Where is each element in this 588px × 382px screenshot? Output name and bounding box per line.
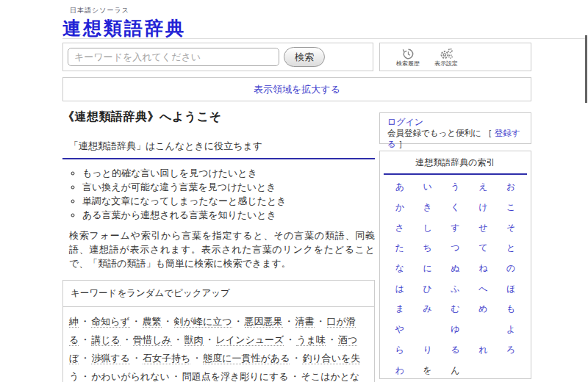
expand-area-bar: 表示領域を拡大する (62, 77, 531, 101)
kana-index-link[interactable]: な (386, 259, 414, 279)
kana-index-link[interactable]: ら (386, 340, 414, 361)
keyword-separator: ・ (285, 334, 295, 345)
kana-index-link[interactable]: せ (469, 217, 497, 238)
kana-index-link[interactable]: る (442, 340, 470, 361)
kana-index-link[interactable]: の (497, 259, 525, 279)
pickup-keyword-link[interactable]: うま味 (296, 334, 326, 346)
kana-index-link[interactable]: ひ (414, 278, 442, 299)
register-bracket-close: ］ (398, 140, 407, 148)
kana-index-link[interactable]: さ (386, 217, 414, 238)
kana-index-link[interactable]: く (442, 198, 470, 218)
kana-index-grid: あいうえおかきくけこさしすせそたちつてとなにぬねのはひふへほまみむめもやゆよらり… (380, 175, 531, 381)
search-history-button[interactable]: 検索履歴 (396, 48, 420, 67)
search-input[interactable] (68, 48, 279, 66)
kana-index-link[interactable]: う (442, 177, 470, 198)
benefit-item: 言い換えが可能な違う言葉を見つけたいとき (82, 180, 375, 194)
kana-index-link[interactable]: あ (386, 177, 414, 198)
kana-index-link[interactable]: む (442, 299, 470, 320)
kana-index-link[interactable]: い (414, 177, 442, 198)
kana-index-link[interactable]: ほ (497, 278, 525, 299)
keyword-separator: ・ (192, 353, 201, 364)
kana-index-link[interactable]: ゆ (442, 320, 470, 340)
kana-index-link[interactable]: ね (469, 259, 497, 279)
pickup-keyword-link[interactable]: 清書 (295, 316, 315, 328)
keyword-separator: ・ (132, 353, 141, 364)
kana-index-link[interactable]: こ (497, 198, 525, 218)
benefit-item: もっと的確な言い回しを見つけたいとき (82, 166, 375, 180)
pickup-keyword-link[interactable]: 悪因悪果 (245, 316, 283, 328)
keyword-separator: ・ (122, 334, 132, 345)
kana-index-empty (414, 320, 442, 340)
kana-index-link[interactable]: と (497, 238, 525, 259)
pickup-keyword-link[interactable]: 問題点を浮き彫りにする (182, 371, 289, 382)
history-label: 検索履歴 (396, 61, 420, 67)
kana-index-link[interactable]: や (386, 320, 414, 340)
kana-index-link[interactable]: ふ (442, 278, 470, 299)
kana-index-link[interactable]: よ (497, 320, 525, 340)
pickup-keyword-link[interactable]: 剣が峰に立つ (174, 316, 232, 328)
kana-index-link[interactable]: へ (469, 278, 497, 299)
kana-index-link[interactable]: も (497, 299, 525, 320)
random-pickup-heading: キーワードをランダムでピックアップ (62, 280, 375, 307)
pickup-keyword-link[interactable]: 渉猟する (91, 353, 130, 364)
pickup-keyword-link[interactable]: 紳 (69, 316, 79, 328)
kana-index-link[interactable]: え (469, 177, 497, 198)
pickup-keyword-link[interactable]: 石女子持ち (143, 353, 190, 364)
kana-index-link[interactable]: り (414, 340, 442, 361)
display-settings-button[interactable]: 表示設定 (434, 48, 458, 67)
header-divider (62, 38, 586, 39)
expand-area-link[interactable]: 表示領域を拡大する (254, 83, 340, 96)
kana-index-link[interactable]: に (414, 259, 442, 279)
kana-index-link[interactable]: つ (442, 238, 470, 259)
kana-index-link[interactable]: す (442, 217, 470, 238)
pickup-keyword-link[interactable]: 講じる (91, 334, 121, 346)
keyword-separator: ・ (80, 371, 90, 382)
login-box: ログイン 会員登録でもっと便利に ［ 登録する ］ (379, 112, 531, 144)
kana-index-link[interactable]: は (386, 278, 414, 299)
kana-index-link[interactable]: け (469, 198, 497, 218)
kana-index-link[interactable]: か (386, 198, 414, 218)
site-title-link[interactable]: 連想類語辞典 (62, 16, 186, 40)
register-bracket-open: ［ (484, 129, 492, 137)
pickup-keyword-link[interactable]: 獣肉 (184, 334, 204, 346)
pickup-keyword-link[interactable]: かわいがられない (91, 371, 169, 382)
kana-index-link[interactable]: て (469, 238, 497, 259)
kana-index-link[interactable]: ち (414, 238, 442, 259)
pickup-keyword-link[interactable]: 命知らず (91, 316, 130, 328)
kana-index-link[interactable]: ろ (497, 340, 525, 361)
keyword-separator: ・ (171, 371, 181, 382)
scrollbar-thumb[interactable] (585, 35, 587, 103)
kana-index-link[interactable]: わ (386, 360, 414, 381)
welcome-heading: 《連想類語辞典》へようこそ (62, 109, 375, 125)
kana-index-link[interactable]: き (414, 198, 442, 218)
benefit-list: もっと的確な言い回しを見つけたいとき言い換えが可能な違う言葉を見つけたいとき単調… (62, 166, 375, 222)
kana-index-link[interactable]: ぬ (442, 259, 470, 279)
keyword-separator: ・ (80, 353, 90, 364)
keyword-separator: ・ (234, 316, 243, 327)
keyword-separator: ・ (290, 371, 300, 382)
keyword-separator: ・ (205, 334, 215, 345)
pickup-keyword-link[interactable]: 態度に一貫性がある (203, 353, 290, 364)
pickup-keyword-link[interactable]: 農繁 (143, 316, 162, 328)
kana-index-empty (469, 320, 497, 340)
kana-index-link[interactable]: た (386, 238, 414, 259)
kana-index-empty (497, 360, 525, 381)
kana-index-link[interactable]: め (469, 299, 497, 320)
kana-index-link[interactable]: そ (497, 217, 525, 238)
keyword-separator: ・ (80, 316, 90, 327)
kana-index-link[interactable]: ま (386, 299, 414, 320)
kana-index-link[interactable]: し (414, 217, 442, 238)
main-content: 《連想類語辞典》へようこそ 「連想類語辞典」はこんなときに役立ちます もっと的確… (62, 109, 375, 382)
benefit-item: 単調な文章になってしまったなーと感じたとき (82, 194, 375, 208)
login-link[interactable]: ログイン (387, 117, 423, 127)
kana-index-link[interactable]: れ (469, 340, 497, 361)
random-pickup-section: キーワードをランダムでピックアップ 紳・命知らず・農繁・剣が峰に立つ・悪因悪果・… (62, 280, 375, 382)
kana-index-link[interactable]: お (497, 177, 525, 198)
toolbar-panel: 検索履歴 表示設定 (379, 43, 531, 71)
kana-index-heading: 連想類語辞典の索引 (384, 151, 527, 175)
kana-index-link[interactable]: み (414, 299, 442, 320)
search-button[interactable]: 検索 (284, 47, 325, 67)
pickup-keyword-link[interactable]: 骨惜しみ (133, 334, 172, 346)
pickup-keyword-link[interactable]: レインシューズ (216, 334, 284, 346)
keyword-separator: ・ (173, 334, 183, 345)
